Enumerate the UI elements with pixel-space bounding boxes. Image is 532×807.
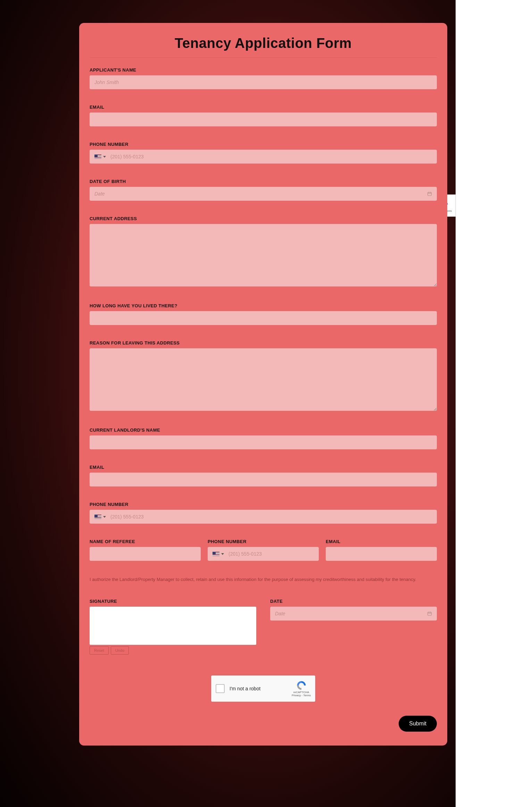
label-email: EMAIL xyxy=(90,105,437,110)
referee-row: NAME OF REFEREE PHONE NUMBER EMAIL xyxy=(90,539,437,576)
input-referee-email[interactable] xyxy=(326,547,437,561)
field-referee-name: NAME OF REFEREE xyxy=(90,539,201,561)
label-reason-leaving: REASON FOR LEAVING THIS ADDRESS xyxy=(90,340,437,346)
us-flag-icon xyxy=(94,154,102,159)
signature-date-row: SIGNATURE Reset Undo DATE xyxy=(90,599,437,655)
recaptcha-brand: reCAPTCHA Privacy - Terms xyxy=(292,680,311,697)
submit-button[interactable]: Submit xyxy=(399,716,437,732)
field-dob: DATE OF BIRTH xyxy=(90,179,437,201)
signature-reset-button[interactable]: Reset xyxy=(90,646,109,655)
recaptcha-icon xyxy=(296,680,307,691)
label-signature: SIGNATURE xyxy=(90,599,256,604)
field-current-address: CURRENT ADDRESS xyxy=(90,216,437,288)
recaptcha-box[interactable]: I'm not a robot reCAPTCHA Privacy - Term… xyxy=(211,675,315,702)
captcha-area: I'm not a robot reCAPTCHA Privacy - Term… xyxy=(90,675,437,702)
label-landlord-name: CURRENT LANDLORD'S NAME xyxy=(90,427,437,433)
label-landlord-email: EMAIL xyxy=(90,465,437,470)
input-applicant-name[interactable] xyxy=(90,75,437,89)
form-title: Tenancy Application Form xyxy=(90,33,437,58)
field-referee-email: EMAIL xyxy=(326,539,437,561)
field-signature: SIGNATURE Reset Undo xyxy=(90,599,256,655)
field-reason-leaving: REASON FOR LEAVING THIS ADDRESS xyxy=(90,340,437,412)
label-current-address: CURRENT ADDRESS xyxy=(90,216,437,221)
label-applicant-name: APPLICANT'S NAME xyxy=(90,67,437,73)
calendar-icon xyxy=(427,191,432,196)
label-how-long: HOW LONG HAVE YOU LIVED THERE? xyxy=(90,303,437,308)
input-referee-phone[interactable] xyxy=(225,547,319,561)
signature-pad[interactable] xyxy=(90,607,256,645)
field-landlord-phone: PHONE NUMBER xyxy=(90,502,437,524)
calendar-icon xyxy=(427,611,432,616)
field-applicant-name: APPLICANT'S NAME xyxy=(90,67,437,89)
authorization-text: I authorize the Landlord/Property Manage… xyxy=(90,576,437,583)
input-date[interactable] xyxy=(270,607,437,621)
right-blank-area xyxy=(456,0,532,807)
input-landlord-email[interactable] xyxy=(90,473,437,486)
label-referee-name: NAME OF REFEREE xyxy=(90,539,201,544)
input-landlord-phone[interactable] xyxy=(107,510,437,524)
label-referee-phone: PHONE NUMBER xyxy=(208,539,319,544)
chevron-down-icon xyxy=(103,516,106,518)
label-landlord-phone: PHONE NUMBER xyxy=(90,502,437,507)
label-phone: PHONE NUMBER xyxy=(90,142,437,147)
input-referee-name[interactable] xyxy=(90,547,201,561)
signature-undo-button[interactable]: Undo xyxy=(111,646,129,655)
svg-rect-0 xyxy=(428,192,432,195)
label-referee-email: EMAIL xyxy=(326,539,437,544)
field-email: EMAIL xyxy=(90,105,437,126)
field-referee-phone: PHONE NUMBER xyxy=(208,539,319,561)
country-selector[interactable] xyxy=(90,150,107,164)
form-card: Tenancy Application Form APPLICANT'S NAM… xyxy=(79,23,447,746)
field-date: DATE xyxy=(270,599,437,621)
chevron-down-icon xyxy=(221,553,224,555)
field-landlord-email: EMAIL xyxy=(90,465,437,486)
field-landlord-name: CURRENT LANDLORD'S NAME xyxy=(90,427,437,449)
label-date: DATE xyxy=(270,599,437,604)
us-flag-icon xyxy=(212,551,220,556)
input-how-long[interactable] xyxy=(90,311,437,325)
recaptcha-checkbox[interactable] xyxy=(216,684,225,693)
submit-row: Submit xyxy=(90,716,437,732)
svg-rect-4 xyxy=(428,612,432,615)
country-selector-referee[interactable] xyxy=(208,547,225,561)
input-email[interactable] xyxy=(90,113,437,126)
input-landlord-name[interactable] xyxy=(90,435,437,449)
field-how-long: HOW LONG HAVE YOU LIVED THERE? xyxy=(90,303,437,325)
input-phone[interactable] xyxy=(107,150,437,164)
recaptcha-label: I'm not a robot xyxy=(230,686,292,691)
recaptcha-brand-text: reCAPTCHA xyxy=(293,691,309,694)
label-dob: DATE OF BIRTH xyxy=(90,179,437,184)
input-current-address[interactable] xyxy=(90,224,437,286)
input-reason-leaving[interactable] xyxy=(90,348,437,411)
chevron-down-icon xyxy=(103,156,106,158)
field-phone: PHONE NUMBER xyxy=(90,142,437,164)
country-selector-landlord[interactable] xyxy=(90,510,107,524)
us-flag-icon xyxy=(94,514,102,519)
recaptcha-brand-sub: Privacy - Terms xyxy=(292,694,311,697)
input-dob[interactable] xyxy=(90,187,437,201)
